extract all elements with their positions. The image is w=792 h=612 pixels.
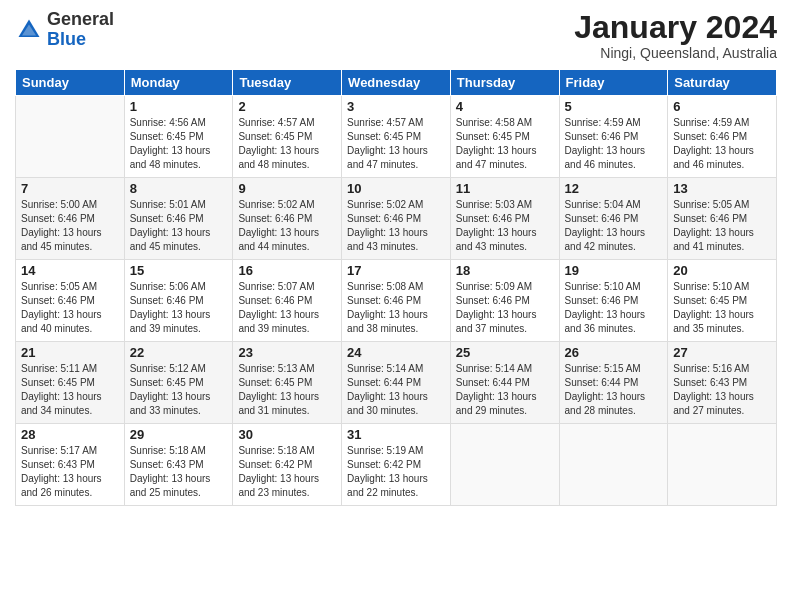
day-info: Sunrise: 5:16 AM Sunset: 6:43 PM Dayligh… — [673, 362, 771, 418]
day-number: 30 — [238, 427, 336, 442]
day-cell — [450, 424, 559, 506]
logo: General Blue — [15, 10, 114, 50]
day-number: 8 — [130, 181, 228, 196]
day-cell: 1Sunrise: 4:56 AM Sunset: 6:45 PM Daylig… — [124, 96, 233, 178]
day-cell: 8Sunrise: 5:01 AM Sunset: 6:46 PM Daylig… — [124, 178, 233, 260]
day-info: Sunrise: 5:10 AM Sunset: 6:46 PM Dayligh… — [565, 280, 663, 336]
day-cell: 10Sunrise: 5:02 AM Sunset: 6:46 PM Dayli… — [342, 178, 451, 260]
day-number: 16 — [238, 263, 336, 278]
logo-general: General — [47, 10, 114, 30]
day-info: Sunrise: 4:58 AM Sunset: 6:45 PM Dayligh… — [456, 116, 554, 172]
day-info: Sunrise: 5:09 AM Sunset: 6:46 PM Dayligh… — [456, 280, 554, 336]
weekday-header-monday: Monday — [124, 70, 233, 96]
day-number: 7 — [21, 181, 119, 196]
day-cell: 5Sunrise: 4:59 AM Sunset: 6:46 PM Daylig… — [559, 96, 668, 178]
day-number: 9 — [238, 181, 336, 196]
day-info: Sunrise: 5:05 AM Sunset: 6:46 PM Dayligh… — [673, 198, 771, 254]
day-number: 20 — [673, 263, 771, 278]
day-info: Sunrise: 4:56 AM Sunset: 6:45 PM Dayligh… — [130, 116, 228, 172]
day-cell: 25Sunrise: 5:14 AM Sunset: 6:44 PM Dayli… — [450, 342, 559, 424]
day-number: 18 — [456, 263, 554, 278]
day-info: Sunrise: 5:18 AM Sunset: 6:42 PM Dayligh… — [238, 444, 336, 500]
location: Ningi, Queensland, Australia — [574, 45, 777, 61]
day-cell: 13Sunrise: 5:05 AM Sunset: 6:46 PM Dayli… — [668, 178, 777, 260]
day-cell — [668, 424, 777, 506]
day-info: Sunrise: 5:15 AM Sunset: 6:44 PM Dayligh… — [565, 362, 663, 418]
day-number: 21 — [21, 345, 119, 360]
day-number: 4 — [456, 99, 554, 114]
day-number: 13 — [673, 181, 771, 196]
day-number: 19 — [565, 263, 663, 278]
day-number: 3 — [347, 99, 445, 114]
day-info: Sunrise: 4:59 AM Sunset: 6:46 PM Dayligh… — [673, 116, 771, 172]
day-cell: 19Sunrise: 5:10 AM Sunset: 6:46 PM Dayli… — [559, 260, 668, 342]
day-cell: 24Sunrise: 5:14 AM Sunset: 6:44 PM Dayli… — [342, 342, 451, 424]
day-info: Sunrise: 5:10 AM Sunset: 6:45 PM Dayligh… — [673, 280, 771, 336]
day-info: Sunrise: 5:05 AM Sunset: 6:46 PM Dayligh… — [21, 280, 119, 336]
day-info: Sunrise: 5:11 AM Sunset: 6:45 PM Dayligh… — [21, 362, 119, 418]
day-info: Sunrise: 5:14 AM Sunset: 6:44 PM Dayligh… — [456, 362, 554, 418]
day-info: Sunrise: 5:19 AM Sunset: 6:42 PM Dayligh… — [347, 444, 445, 500]
day-cell: 27Sunrise: 5:16 AM Sunset: 6:43 PM Dayli… — [668, 342, 777, 424]
day-number: 22 — [130, 345, 228, 360]
week-row-3: 14Sunrise: 5:05 AM Sunset: 6:46 PM Dayli… — [16, 260, 777, 342]
day-number: 11 — [456, 181, 554, 196]
day-info: Sunrise: 5:02 AM Sunset: 6:46 PM Dayligh… — [238, 198, 336, 254]
day-cell: 17Sunrise: 5:08 AM Sunset: 6:46 PM Dayli… — [342, 260, 451, 342]
day-info: Sunrise: 5:07 AM Sunset: 6:46 PM Dayligh… — [238, 280, 336, 336]
day-number: 12 — [565, 181, 663, 196]
day-cell: 15Sunrise: 5:06 AM Sunset: 6:46 PM Dayli… — [124, 260, 233, 342]
logo-text: General Blue — [47, 10, 114, 50]
day-info: Sunrise: 5:08 AM Sunset: 6:46 PM Dayligh… — [347, 280, 445, 336]
day-cell: 14Sunrise: 5:05 AM Sunset: 6:46 PM Dayli… — [16, 260, 125, 342]
day-info: Sunrise: 4:59 AM Sunset: 6:46 PM Dayligh… — [565, 116, 663, 172]
weekday-header-thursday: Thursday — [450, 70, 559, 96]
weekday-header-row: SundayMondayTuesdayWednesdayThursdayFrid… — [16, 70, 777, 96]
day-number: 1 — [130, 99, 228, 114]
day-number: 29 — [130, 427, 228, 442]
week-row-5: 28Sunrise: 5:17 AM Sunset: 6:43 PM Dayli… — [16, 424, 777, 506]
day-number: 31 — [347, 427, 445, 442]
day-info: Sunrise: 5:04 AM Sunset: 6:46 PM Dayligh… — [565, 198, 663, 254]
day-info: Sunrise: 5:00 AM Sunset: 6:46 PM Dayligh… — [21, 198, 119, 254]
day-cell: 16Sunrise: 5:07 AM Sunset: 6:46 PM Dayli… — [233, 260, 342, 342]
day-info: Sunrise: 5:18 AM Sunset: 6:43 PM Dayligh… — [130, 444, 228, 500]
day-cell — [16, 96, 125, 178]
day-info: Sunrise: 5:03 AM Sunset: 6:46 PM Dayligh… — [456, 198, 554, 254]
day-number: 2 — [238, 99, 336, 114]
weekday-header-sunday: Sunday — [16, 70, 125, 96]
day-info: Sunrise: 4:57 AM Sunset: 6:45 PM Dayligh… — [238, 116, 336, 172]
day-cell: 9Sunrise: 5:02 AM Sunset: 6:46 PM Daylig… — [233, 178, 342, 260]
day-cell: 3Sunrise: 4:57 AM Sunset: 6:45 PM Daylig… — [342, 96, 451, 178]
day-number: 6 — [673, 99, 771, 114]
day-cell: 21Sunrise: 5:11 AM Sunset: 6:45 PM Dayli… — [16, 342, 125, 424]
day-number: 5 — [565, 99, 663, 114]
day-info: Sunrise: 5:13 AM Sunset: 6:45 PM Dayligh… — [238, 362, 336, 418]
day-cell: 31Sunrise: 5:19 AM Sunset: 6:42 PM Dayli… — [342, 424, 451, 506]
day-info: Sunrise: 5:14 AM Sunset: 6:44 PM Dayligh… — [347, 362, 445, 418]
day-info: Sunrise: 5:06 AM Sunset: 6:46 PM Dayligh… — [130, 280, 228, 336]
week-row-2: 7Sunrise: 5:00 AM Sunset: 6:46 PM Daylig… — [16, 178, 777, 260]
day-info: Sunrise: 5:02 AM Sunset: 6:46 PM Dayligh… — [347, 198, 445, 254]
day-cell: 26Sunrise: 5:15 AM Sunset: 6:44 PM Dayli… — [559, 342, 668, 424]
day-number: 27 — [673, 345, 771, 360]
day-cell: 23Sunrise: 5:13 AM Sunset: 6:45 PM Dayli… — [233, 342, 342, 424]
weekday-header-friday: Friday — [559, 70, 668, 96]
day-info: Sunrise: 5:12 AM Sunset: 6:45 PM Dayligh… — [130, 362, 228, 418]
day-number: 14 — [21, 263, 119, 278]
day-info: Sunrise: 5:17 AM Sunset: 6:43 PM Dayligh… — [21, 444, 119, 500]
day-number: 10 — [347, 181, 445, 196]
day-cell: 11Sunrise: 5:03 AM Sunset: 6:46 PM Dayli… — [450, 178, 559, 260]
day-cell: 28Sunrise: 5:17 AM Sunset: 6:43 PM Dayli… — [16, 424, 125, 506]
day-number: 23 — [238, 345, 336, 360]
day-cell: 6Sunrise: 4:59 AM Sunset: 6:46 PM Daylig… — [668, 96, 777, 178]
day-number: 28 — [21, 427, 119, 442]
day-cell: 18Sunrise: 5:09 AM Sunset: 6:46 PM Dayli… — [450, 260, 559, 342]
weekday-header-saturday: Saturday — [668, 70, 777, 96]
day-info: Sunrise: 5:01 AM Sunset: 6:46 PM Dayligh… — [130, 198, 228, 254]
day-number: 17 — [347, 263, 445, 278]
day-number: 24 — [347, 345, 445, 360]
day-info: Sunrise: 4:57 AM Sunset: 6:45 PM Dayligh… — [347, 116, 445, 172]
day-cell: 29Sunrise: 5:18 AM Sunset: 6:43 PM Dayli… — [124, 424, 233, 506]
weekday-header-tuesday: Tuesday — [233, 70, 342, 96]
